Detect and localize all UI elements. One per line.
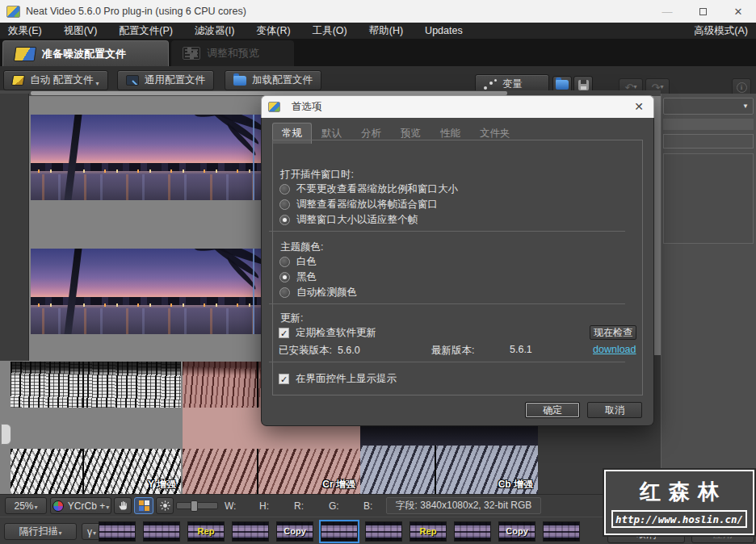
auto-profile-label: 自动 配置文件 [30, 73, 93, 87]
updates-label: 更新: [280, 312, 303, 325]
brightness-slider[interactable] [176, 502, 218, 509]
chevron-down-icon: ▼ [742, 103, 749, 110]
frame-thumbnail[interactable] [143, 521, 180, 542]
maximize-button[interactable] [685, 0, 720, 23]
menu-item-advanced-mode[interactable]: 高级模式(A) [694, 24, 748, 38]
show-hints-option[interactable]: ✓ 在界面控件上显示提示 [279, 372, 397, 385]
zoom-dropdown[interactable]: 25% ▾ [5, 497, 47, 514]
check-now-button[interactable]: 现在检查 [590, 325, 636, 340]
menu-item[interactable]: 配置文件(P) [119, 24, 173, 38]
frame-thumbnail[interactable] [232, 521, 269, 542]
channels-icon [139, 500, 149, 511]
colorspace-dropdown[interactable]: YCrCb + ▾ [50, 497, 111, 514]
tab-prepare-noise-profile[interactable]: 准备噪波配置文件 [2, 40, 169, 66]
latest-version-value: 5.6.1 [510, 344, 532, 355]
cr-channel-label: Cr 增强 [322, 478, 355, 492]
download-link[interactable]: download [593, 344, 636, 355]
frame-image-field2[interactable] [31, 249, 261, 334]
noise-profile-dropdown[interactable]: ▼ [663, 98, 754, 115]
interlace-dropdown[interactable]: 隔行扫描 ▾ [4, 523, 77, 540]
frame-thumbnail[interactable] [543, 521, 580, 542]
auto-profile-button[interactable]: 自动 配置文件 ▾ [3, 70, 108, 90]
menu-item[interactable]: 效果(E) [8, 24, 42, 38]
chevron-down-icon: ▾ [106, 504, 109, 511]
radio-icon [279, 184, 290, 195]
dialog-close-button[interactable]: ✕ [634, 100, 644, 113]
radio-option[interactable]: 调整查看器缩放以将帧适合窗口 [279, 198, 438, 211]
window-controls: — ✕ [649, 0, 756, 23]
load-profile-label: 加载配置文件 [252, 73, 313, 87]
pixel-label: H: [259, 500, 294, 512]
menu-item[interactable]: 帮助(H) [369, 24, 403, 38]
pan-tool-button[interactable] [114, 497, 132, 514]
frame-filmstrip: Rep Copy Rep [99, 521, 580, 542]
latest-version-label: 最新版本: [431, 344, 474, 358]
frame-thumbnail[interactable]: Rep [410, 521, 447, 542]
frame-thumbnail[interactable]: Copy [498, 521, 536, 542]
radio-label: 黑色 [296, 270, 317, 284]
dialog-body: 常规默认分析预览性能文件夹 打开插件窗口时: 不要更改查看器缩放比例和窗口大小 … [261, 118, 654, 426]
toolbar: 自动 配置文件 ▾ 通用配置文件 加载配置文件 变量 分析图像噪点 ↶▾ ↷▾ [0, 66, 756, 94]
menu-item[interactable]: 变体(R) [256, 24, 290, 38]
slider-knob[interactable] [191, 500, 198, 512]
radio-label: 调整窗口大小以适应整个帧 [296, 213, 418, 227]
frame-thumbnail[interactable]: Rep [187, 521, 225, 542]
cb-channel-crop: Cb 增强 [360, 423, 538, 494]
citylights-art [31, 303, 261, 307]
maximize-icon [699, 8, 707, 15]
dialog-app-icon [268, 102, 280, 112]
crop-divider [82, 449, 84, 494]
theme-color-label: 主题颜色: [280, 241, 323, 254]
open-folder-icon [556, 80, 569, 90]
panel-collapse-handle[interactable] [1, 424, 11, 445]
check-updates-option[interactable]: ✓ 定期检查软件更新 [279, 326, 376, 339]
radio-option[interactable]: 调整窗口大小以适应整个帧 [279, 213, 418, 226]
interlace-label: 隔行扫描 [19, 525, 57, 538]
menu-item[interactable]: 视图(V) [64, 24, 98, 38]
thumbnail-tag: Copy [499, 526, 535, 536]
panel-field [663, 134, 754, 149]
frame-thumbnail[interactable] [99, 521, 136, 542]
crop-divider [82, 362, 84, 408]
radio-option[interactable]: 自动检测颜色 [279, 286, 357, 299]
app-icon [6, 6, 20, 18]
generic-profile-button[interactable]: 通用配置文件 [117, 70, 214, 90]
frame-image-field1[interactable] [31, 115, 261, 200]
frame-thumbnail[interactable] [365, 521, 402, 542]
frame-thumbnail[interactable] [454, 521, 491, 542]
sliders-icon [183, 47, 200, 60]
citylights-art [31, 169, 261, 173]
menu-item[interactable]: Updates [425, 25, 463, 36]
ok-button[interactable]: 确定 [525, 402, 580, 418]
pixel-label: W: [225, 500, 259, 512]
frame-thumbnail[interactable] [321, 521, 358, 542]
close-button[interactable]: ✕ [720, 0, 756, 23]
neat-video-window: Neat Video 5.6.0 Pro plug-in (using 6 CP… [0, 0, 756, 544]
dialog-title: 首选项 [292, 100, 322, 114]
y-channel-crop-top [10, 362, 181, 408]
chevron-down-icon: ▾ [660, 84, 663, 90]
menu-item[interactable]: 滤波器(I) [195, 24, 234, 38]
menu-item[interactable]: 工具(O) [313, 24, 347, 38]
radio-label: 调整查看器缩放以将帧适合窗口 [296, 198, 438, 211]
cb-crop-sky [360, 423, 538, 446]
viewer-left-gutter [0, 94, 29, 361]
radio-option[interactable]: 不要更改查看器缩放比例和窗口大小 [279, 182, 458, 195]
chevron-down-icon: ▾ [35, 504, 38, 511]
component-view-button[interactable] [134, 497, 153, 514]
brightness-button[interactable] [156, 497, 174, 514]
frame-thumbnail[interactable]: Copy [276, 521, 313, 542]
radio-option[interactable]: 白色 [279, 255, 317, 268]
watermark-url: http://www.hoslin.cn/ [615, 513, 743, 525]
cancel-button[interactable]: 取消 [587, 402, 642, 418]
radio-label: 不要更改查看器缩放比例和窗口大小 [296, 182, 458, 196]
load-profile-button[interactable]: 加载配置文件 [225, 70, 321, 90]
dialog-titlebar[interactable]: 首选项 ✕ [261, 95, 654, 118]
chevron-down-icon: ▾ [58, 530, 61, 537]
radio-icon [279, 287, 290, 298]
open-window-label: 打开插件窗口时: [280, 168, 354, 182]
radio-option[interactable]: 黑色 [279, 270, 317, 283]
generic-profile-label: 通用配置文件 [145, 73, 205, 87]
preferences-dialog: 首选项 ✕ 常规默认分析预览性能文件夹 打开插件窗口时: 不要更改查看器缩放比例… [261, 95, 654, 426]
pixel-label: R: [294, 500, 329, 512]
